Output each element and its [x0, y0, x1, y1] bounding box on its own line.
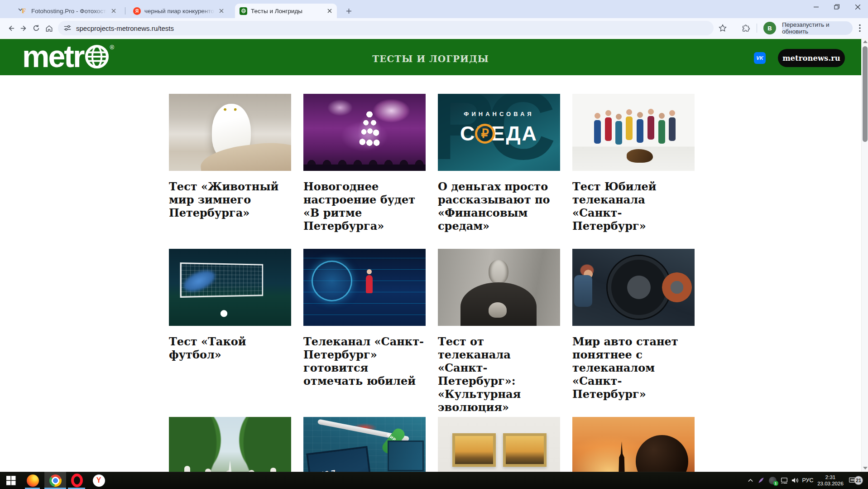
card-title[interactable]: Тест Юбилей телеканала «Санкт-Петербург»: [572, 180, 695, 232]
page-scrollbar[interactable]: [861, 38, 868, 472]
card-image[interactable]: [572, 249, 695, 326]
tab-title: Fotohosting.Pro - Фотохостинг: [31, 8, 107, 15]
plus-icon: [346, 8, 352, 14]
test-card[interactable]: [572, 417, 695, 472]
image-decoration: [636, 435, 688, 472]
image-decoration: [380, 426, 407, 456]
finance-caption-line2: СРЕДА: [438, 122, 560, 145]
taskbar-yandex-browser[interactable]: Y: [89, 472, 109, 489]
page-title: ТЕСТЫ И ЛОГРИДЫ: [0, 53, 861, 64]
tray-expand-button[interactable]: [745, 472, 755, 489]
language-indicator[interactable]: РУС: [801, 472, 815, 489]
tray-app-with-badge[interactable]: 1: [767, 472, 778, 489]
card-image[interactable]: [438, 417, 560, 472]
card-image[interactable]: [169, 417, 291, 472]
fotohosting-favicon-icon: F: [20, 7, 28, 15]
test-card[interactable]: Тест «Такой футбол»: [169, 249, 291, 361]
image-decoration: [366, 275, 373, 293]
card-title[interactable]: Мир авто станет понятнее с телеканалом «…: [572, 335, 695, 401]
registered-mark: ®: [110, 44, 114, 51]
network-status[interactable]: [779, 472, 790, 489]
site-header: metr ® ТЕСТЫ И ЛОГРИДЫ VK metronews.ru: [0, 39, 861, 75]
card-image[interactable]: РСФИНАНСОВАЯСРЕДА₽: [438, 94, 560, 171]
card-image[interactable]: [438, 249, 560, 326]
card-image[interactable]: [303, 94, 426, 171]
test-card[interactable]: [438, 417, 560, 472]
network-icon: [780, 476, 788, 484]
speaker-icon: [791, 476, 799, 484]
vk-social-button[interactable]: VK: [754, 52, 766, 64]
scroll-down-arrow-icon[interactable]: [863, 467, 868, 470]
url-text[interactable]: specprojects-metronews.ru/tests: [76, 24, 174, 32]
tab-yandex-search[interactable]: Я черный пиар конкурентов —: [129, 4, 229, 18]
new-tab-button[interactable]: [343, 5, 354, 16]
taskbar-firefox[interactable]: [24, 472, 42, 489]
browser-menu-button[interactable]: [854, 23, 865, 34]
finance-caption-line1: ФИНАНСОВАЯ: [438, 111, 560, 117]
address-bar[interactable]: specprojects-metronews.ru/tests: [58, 21, 714, 35]
start-button[interactable]: [0, 472, 22, 489]
image-decoration: [303, 154, 426, 171]
close-window-button[interactable]: [847, 0, 868, 14]
taskbar-chrome-active[interactable]: [44, 472, 66, 489]
card-image[interactable]: [303, 249, 426, 326]
image-decoration: [574, 275, 592, 307]
taskbar-opera[interactable]: [68, 472, 86, 489]
image-decoration: [312, 261, 352, 301]
card-image[interactable]: [169, 94, 291, 171]
image-decoration: [503, 433, 547, 467]
card-title[interactable]: Тест от телеканала «Санкт-Петербург»: «К…: [438, 335, 560, 414]
cards-row: 93.7МИР: [169, 417, 695, 472]
relaunch-to-update-button[interactable]: Перезапустить и обновить: [782, 21, 853, 35]
tab-fotohosting[interactable]: F Fotohosting.Pro - Фотохостинг: [15, 4, 121, 18]
time-text: 2:31: [825, 474, 835, 480]
image-decoration: [184, 466, 190, 472]
test-card[interactable]: [169, 417, 291, 472]
app-badge-count: 1: [773, 481, 778, 486]
card-title[interactable]: Тест «Такой футбол»: [169, 335, 291, 361]
profile-avatar[interactable]: B: [763, 22, 776, 34]
restore-button[interactable]: [826, 0, 847, 14]
tab-tests-active[interactable]: Тесты и Лонгриды: [235, 4, 337, 18]
image-decoration: [616, 441, 628, 472]
bookmark-button[interactable]: [717, 23, 728, 34]
volume-control[interactable]: [790, 472, 801, 489]
yandex-browser-icon: Y: [93, 474, 105, 487]
image-decoration: [489, 260, 508, 284]
test-card[interactable]: 93.7МИР: [303, 417, 426, 472]
card-title[interactable]: Новогоднее настроение будет «В ритме Пет…: [303, 180, 426, 232]
card-image[interactable]: [169, 249, 291, 326]
test-card[interactable]: Мир авто станет понятнее с телеканалом «…: [572, 249, 695, 401]
card-title[interactable]: Телеканал «Санкт-Петербург» готовится от…: [303, 335, 426, 387]
test-card[interactable]: Новогоднее настроение будет «В ритме Пет…: [303, 94, 426, 232]
tab-close-icon[interactable]: [326, 7, 333, 15]
tab-close-icon[interactable]: [110, 7, 117, 15]
minimize-button[interactable]: [806, 0, 826, 14]
windows-logo-icon: [6, 476, 16, 485]
test-card[interactable]: Тест от телеканала «Санкт-Петербург»: «К…: [438, 249, 560, 414]
test-card[interactable]: РСФИНАНСОВАЯСРЕДА₽ О деньгах просто расс…: [438, 94, 560, 232]
card-image[interactable]: [572, 417, 695, 472]
test-card[interactable]: Телеканал «Санкт-Петербург» готовится от…: [303, 249, 426, 387]
star-icon: [719, 24, 727, 32]
cards-row: Тест «Такой футбол» Телеканал «Санкт-Пет…: [169, 249, 695, 417]
image-decoration: [452, 433, 496, 467]
three-dots-icon: [859, 24, 861, 32]
system-clock[interactable]: 2:31 23.03.2026: [816, 472, 845, 489]
card-image[interactable]: [572, 94, 695, 171]
test-card[interactable]: Тест Юбилей телеканала «Санкт-Петербург»: [572, 94, 695, 232]
test-card[interactable]: Тест «Животный мир зимнего Петербурга»: [169, 94, 291, 219]
extensions-button[interactable]: [741, 23, 752, 34]
tray-feather-app[interactable]: [756, 472, 766, 489]
card-image[interactable]: 93.7МИР: [303, 417, 426, 472]
card-title[interactable]: Тест «Животный мир зимнего Петербурга»: [169, 180, 291, 219]
browser-titlebar: F Fotohosting.Pro - Фотохостинг Я черный…: [0, 0, 868, 18]
home-button[interactable]: [42, 21, 56, 35]
card-title[interactable]: О деньгах просто рассказывают по «Финанс…: [438, 180, 560, 232]
image-decoration: [608, 256, 670, 319]
tab-close-icon[interactable]: [217, 7, 225, 15]
tab-separator: [125, 7, 125, 15]
scrollbar-thumb[interactable]: [863, 46, 868, 142]
metronews-link-button[interactable]: metronews.ru: [778, 49, 845, 67]
scroll-up-arrow-icon[interactable]: [863, 40, 868, 43]
